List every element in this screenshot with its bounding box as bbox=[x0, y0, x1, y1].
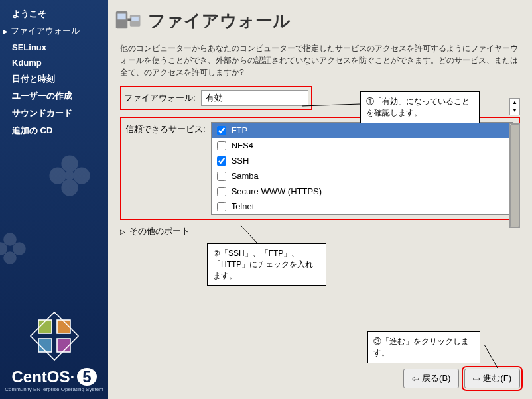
firewall-label: ファイアウォール: bbox=[124, 92, 196, 104]
scrollbar[interactable] bbox=[509, 123, 520, 228]
sidebar-decoration-icon bbox=[0, 225, 33, 272]
service-label: NFS4 bbox=[232, 141, 253, 150]
svg-point-8 bbox=[13, 242, 26, 255]
services-label: 信頼できるサービス: bbox=[125, 122, 206, 215]
header: ファイアウォール bbox=[108, 0, 532, 38]
spinner-up-icon[interactable]: ▲ bbox=[510, 99, 519, 107]
svg-point-3 bbox=[73, 167, 90, 184]
service-label: Secure WWW (HTTPS) bbox=[232, 186, 322, 196]
firewall-icon bbox=[115, 7, 143, 34]
svg-point-5 bbox=[3, 233, 17, 246]
svg-point-4 bbox=[65, 171, 74, 180]
firewall-row: ファイアウォール: 有効 bbox=[120, 86, 312, 110]
svg-point-0 bbox=[61, 155, 78, 172]
other-ports-toggle[interactable]: ▷ その他のポート bbox=[108, 220, 532, 243]
svg-point-1 bbox=[61, 179, 78, 196]
button-bar: ⇦ 戻る(B) ⇨ 進む(F) bbox=[403, 369, 520, 388]
arrow-right-icon: ⇨ bbox=[473, 374, 480, 384]
svg-point-2 bbox=[49, 167, 66, 184]
sidebar-item-sound[interactable]: サウンドカード bbox=[0, 105, 108, 122]
service-checkbox[interactable] bbox=[217, 202, 226, 211]
callout-2-line bbox=[237, 225, 271, 245]
other-ports-label: その他のポート bbox=[129, 225, 190, 237]
callout-3-line bbox=[478, 345, 504, 371]
callout-1: ①「有効」になっていることを確認します。 bbox=[360, 91, 480, 123]
logo-text: CentOS·5 bbox=[0, 368, 108, 386]
service-item-telnet[interactable]: Telnet bbox=[212, 199, 512, 214]
scrollbar-thumb[interactable] bbox=[510, 124, 519, 227]
svg-rect-17 bbox=[127, 19, 131, 21]
service-label: Telnet bbox=[232, 201, 255, 211]
logo-subtitle: Community ENTerprise Operating System bbox=[0, 386, 108, 392]
service-item-samba[interactable]: Samba bbox=[212, 168, 512, 184]
firewall-select[interactable]: 有効 bbox=[201, 90, 308, 106]
description: 他のコンピューターからあなたのコンピューターで指定したサービスのアクセスを許可す… bbox=[108, 38, 532, 86]
sidebar-item-selinux[interactable]: SELinux bbox=[0, 40, 108, 55]
callout-3: ③「進む」をクリックします。 bbox=[367, 331, 480, 363]
sidebar-item-firewall[interactable]: ファイアウォール bbox=[0, 23, 108, 40]
service-label: FTP bbox=[232, 125, 248, 135]
service-checkbox[interactable] bbox=[217, 187, 226, 196]
svg-point-6 bbox=[3, 251, 17, 264]
service-checkbox[interactable] bbox=[217, 172, 226, 181]
svg-rect-16 bbox=[131, 17, 139, 21]
page-title: ファイアウォール bbox=[148, 9, 291, 32]
service-checkbox[interactable] bbox=[217, 126, 226, 135]
svg-line-19 bbox=[241, 225, 257, 243]
spinner-down-icon[interactable]: ▼ bbox=[510, 107, 519, 115]
sidebar-decoration-icon bbox=[40, 146, 100, 205]
svg-line-18 bbox=[302, 104, 360, 106]
arrow-left-icon: ⇦ bbox=[412, 374, 419, 384]
service-item-ssh[interactable]: SSH bbox=[212, 153, 512, 168]
centos-logo-icon bbox=[28, 310, 81, 363]
service-item-ftp[interactable]: FTP bbox=[212, 123, 512, 138]
next-button[interactable]: ⇨ 進む(F) bbox=[464, 369, 520, 388]
sidebar-item-users[interactable]: ユーザーの作成 bbox=[0, 87, 108, 105]
services-list[interactable]: FTPNFS4SSHSambaSecure WWW (HTTPS)Telnet bbox=[211, 122, 513, 215]
service-item-nfs4[interactable]: NFS4 bbox=[212, 138, 512, 153]
sidebar-item-welcome[interactable]: ようこそ bbox=[0, 5, 108, 23]
sidebar-item-kdump[interactable]: Kdump bbox=[0, 55, 108, 70]
service-item-secure-www-https-[interactable]: Secure WWW (HTTPS) bbox=[212, 184, 512, 199]
service-checkbox[interactable] bbox=[217, 141, 226, 150]
service-checkbox[interactable] bbox=[217, 156, 226, 166]
svg-line-20 bbox=[484, 345, 498, 368]
back-button[interactable]: ⇦ 戻る(B) bbox=[403, 369, 459, 388]
triangle-right-icon: ▷ bbox=[120, 228, 125, 235]
sidebar-item-datetime[interactable]: 日付と時刻 bbox=[0, 70, 108, 87]
service-label: SSH bbox=[232, 156, 249, 166]
svg-rect-14 bbox=[117, 14, 125, 20]
spinner[interactable]: ▲ ▼ bbox=[509, 98, 520, 115]
callout-2: ②「SSH」、「FTP」、「HTTP」にチェックを入れます。 bbox=[207, 243, 326, 286]
service-label: Samba bbox=[232, 171, 259, 181]
callout-1-line bbox=[302, 103, 362, 116]
logo: CentOS·5 Community ENTerprise Operating … bbox=[0, 310, 108, 392]
sidebar-item-cd[interactable]: 追加の CD bbox=[0, 122, 108, 139]
services-block: 信頼できるサービス: FTPNFS4SSHSambaSecure WWW (HT… bbox=[120, 117, 520, 220]
sidebar: ようこそ ファイアウォール SELinux Kdump 日付と時刻 ユーザーの作… bbox=[0, 0, 108, 399]
